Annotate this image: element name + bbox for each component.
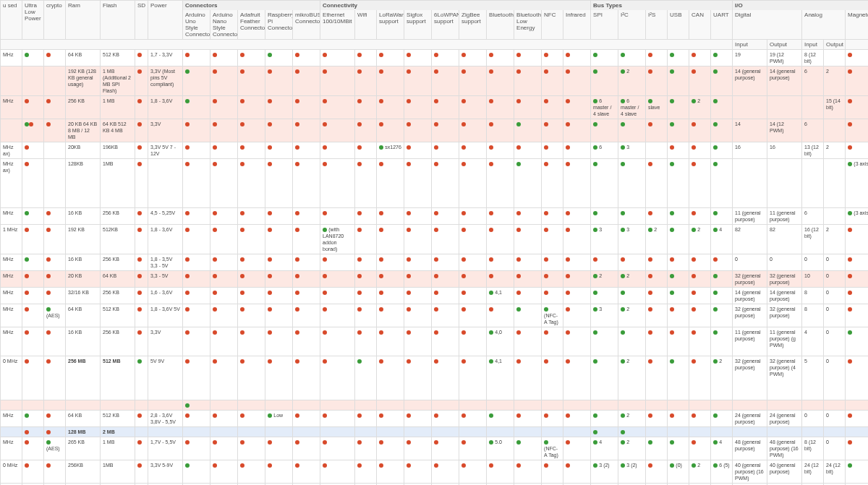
cell <box>404 142 432 159</box>
cell <box>824 400 846 411</box>
cell: MHz <box>1 437 22 460</box>
dot-yes-icon <box>670 99 674 103</box>
col-sd[interactable]: SD <box>135 1 148 40</box>
dot-no-icon <box>593 257 597 262</box>
dot-yes-icon <box>670 53 674 57</box>
col-7[interactable]: Arduino Uno Style Connectors <box>183 10 210 40</box>
dot-no-icon <box>268 291 272 295</box>
col-12[interactable]: Ethernet 100/10MBit <box>320 10 355 40</box>
cell <box>542 225 563 254</box>
cell: 20KB <box>66 142 101 159</box>
dot-no-icon <box>137 145 142 150</box>
cell <box>238 288 265 304</box>
dot-no-icon <box>185 359 190 364</box>
dot-no-icon <box>357 440 362 445</box>
dot-no-icon <box>357 257 362 262</box>
dot-no-icon <box>407 307 411 312</box>
col-ram[interactable]: Ram <box>66 1 101 40</box>
cell: 2 <box>618 66 646 96</box>
cell <box>591 254 618 271</box>
col-speed[interactable]: u sed <box>1 1 22 40</box>
dot-no-icon <box>185 145 190 150</box>
col-28[interactable]: Digital <box>733 10 802 40</box>
dot-no-icon <box>213 69 217 74</box>
cell <box>689 119 711 142</box>
col-18[interactable]: Bluetooth <box>487 10 514 40</box>
cell <box>293 66 320 96</box>
table-body: MHz64 KB512 KB1,7 - 3,3V1919 (12 PWM)8 (… <box>1 50 869 486</box>
cell <box>293 50 320 66</box>
cell <box>44 96 66 119</box>
cell <box>542 411 563 427</box>
cell <box>355 159 377 208</box>
col-ulp[interactable]: Ultra Low Power <box>22 1 44 40</box>
dot-no-icon <box>692 162 696 166</box>
col-20[interactable]: NFC <box>542 10 563 40</box>
dot-no-icon <box>240 145 244 150</box>
col-15[interactable]: Sigfox support <box>404 10 432 40</box>
dot-no-icon <box>461 99 466 103</box>
cell <box>689 254 711 271</box>
cell <box>210 271 238 288</box>
cell <box>377 159 404 208</box>
dot-no-icon <box>407 122 411 126</box>
col-11[interactable]: mikroBUS Connectors <box>293 10 320 40</box>
col-13[interactable]: Wifi <box>355 10 377 40</box>
cell <box>22 142 44 159</box>
cell <box>689 142 711 159</box>
col-digital-in[interactable]: Input <box>733 40 767 50</box>
cell: 20 KB <box>66 271 101 288</box>
cell: 16 KB <box>66 327 101 356</box>
col-24[interactable]: I²S <box>646 10 668 40</box>
cell: 11 (general purpose) <box>767 208 802 225</box>
col-21[interactable]: Infrared <box>563 10 591 40</box>
col-23[interactable]: I²C <box>618 10 646 40</box>
col-flash[interactable]: Flash <box>101 1 135 40</box>
col-9[interactable]: Adafruit Feather Connectors <box>238 10 265 40</box>
col-digital-out[interactable]: Output <box>767 40 802 50</box>
col-30[interactable]: Analog <box>802 10 846 40</box>
dot-no-icon <box>25 274 29 278</box>
cell <box>432 288 459 304</box>
dot-no-icon <box>213 413 217 418</box>
cell <box>514 271 542 288</box>
col-crypto[interactable]: crypto <box>44 1 66 40</box>
col-25[interactable]: USB <box>668 10 689 40</box>
cell <box>22 460 44 484</box>
cell: 64 KB <box>66 50 101 66</box>
cell <box>514 159 542 208</box>
cell: 2 <box>618 356 646 400</box>
cell <box>135 142 148 159</box>
cell <box>404 460 432 484</box>
cell <box>542 400 563 411</box>
table-row: MHz64 KB512 KB2,8 - 3,6V 3,8V - 5,5V Low… <box>1 411 869 427</box>
cell <box>44 208 66 225</box>
dot-no-icon <box>46 211 51 215</box>
col-16[interactable]: 6LoWPAN support <box>432 10 459 40</box>
cell <box>646 119 668 142</box>
col-analog-out[interactable]: Output <box>824 40 846 50</box>
col-8[interactable]: Arduino Nano Style Connectors <box>210 10 238 40</box>
dot-no-icon <box>648 211 652 215</box>
cell <box>711 304 733 327</box>
cell <box>514 356 542 400</box>
cell <box>591 411 618 427</box>
col-10[interactable]: Raspberry Pi Connectors <box>265 10 293 40</box>
cell: 32 (general purpose) <box>733 271 767 288</box>
col-32[interactable]: Magnetometer <box>846 10 868 40</box>
dot-no-icon <box>692 257 696 262</box>
col-27[interactable]: UART <box>711 10 733 40</box>
col-26[interactable]: CAN <box>689 10 711 40</box>
col-14[interactable]: LoRaWan support <box>377 10 404 40</box>
cell: Low <box>265 411 293 427</box>
cell <box>618 427 646 437</box>
dot-no-icon <box>137 440 142 445</box>
col-analog-in[interactable]: Input <box>802 40 824 50</box>
col-22[interactable]: SPI <box>591 10 618 40</box>
cell <box>591 327 618 356</box>
cell <box>320 411 355 427</box>
col-19[interactable]: Bluetooth Low Energy <box>514 10 542 40</box>
dot-no-icon <box>566 69 570 74</box>
col-17[interactable]: ZigBee support <box>459 10 487 40</box>
col-power[interactable]: Power <box>148 1 183 40</box>
